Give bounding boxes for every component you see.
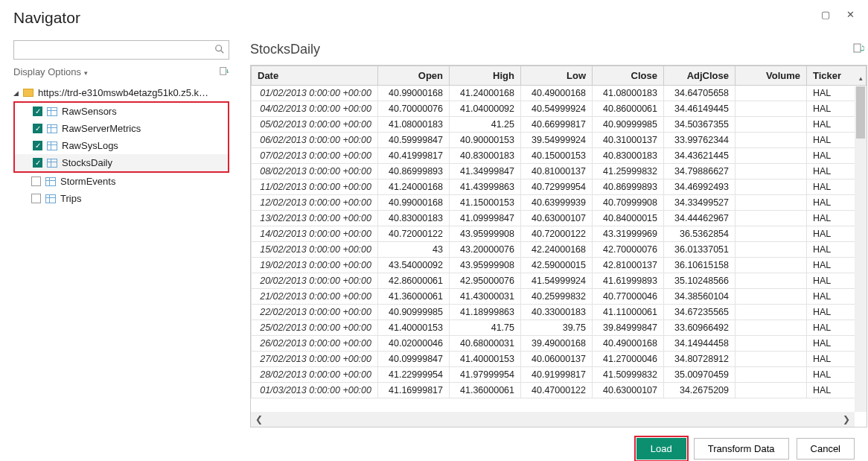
table-cell: 05/02/2013 0:00:00 +00:00 [252, 117, 378, 133]
tree-item-rawsyslogs[interactable]: ✓ RawSysLogs [15, 137, 228, 154]
checkbox-icon[interactable]: ✓ [33, 158, 42, 168]
table-cell: 40.68000031 [450, 336, 521, 352]
table-row[interactable]: 07/02/2013 0:00:00 +00:0040.4199981740.8… [252, 148, 867, 164]
cancel-button[interactable]: Cancel [797, 438, 855, 460]
table-row[interactable]: 15/02/2013 0:00:00 +00:004343.2000007642… [252, 242, 867, 258]
table-row[interactable]: 26/02/2013 0:00:00 +00:0040.0200004640.6… [252, 336, 867, 352]
table-cell: 41.22999954 [378, 367, 450, 383]
tree-item-stormevents[interactable]: StormEvents [13, 173, 229, 190]
table-cell: 41.36000061 [378, 289, 450, 305]
table-cell: 41.75 [450, 320, 521, 336]
table-cell [735, 289, 807, 305]
tree-item-rawsensors[interactable]: ✓ RawSensors [15, 103, 228, 120]
refresh-icon[interactable] [219, 66, 229, 78]
scroll-right-icon[interactable]: ❯ [843, 414, 850, 425]
column-header[interactable]: Date [252, 66, 378, 86]
column-header[interactable]: Open [378, 66, 450, 86]
table-cell: 41.24000168 [450, 86, 521, 101]
table-cell: 41.40000153 [378, 320, 450, 336]
table-cell: 43.31999969 [593, 226, 664, 242]
table-cell [735, 148, 807, 164]
table-row[interactable]: 14/02/2013 0:00:00 +00:0040.7200012243.9… [252, 226, 867, 242]
tree-item-label: RawSysLogs [62, 140, 118, 151]
table-row[interactable]: 06/02/2013 0:00:00 +00:0040.5999984740.9… [252, 133, 867, 148]
table-row[interactable]: 19/02/2013 0:00:00 +00:0043.5400009243.9… [252, 258, 867, 273]
table-cell: 41.25999832 [593, 164, 664, 179]
highlighted-selection: ✓ RawSensors ✓ RawServerMetrics ✓ RawSys… [13, 101, 229, 173]
table-row[interactable]: 01/02/2013 0:00:00 +00:0040.9900016841.2… [252, 86, 867, 101]
transform-data-button[interactable]: Transform Data [694, 438, 789, 460]
search-icon[interactable] [214, 44, 225, 57]
scroll-up-icon[interactable]: ▴ [855, 74, 867, 82]
checkbox-icon[interactable]: ✓ [33, 106, 42, 116]
table-cell: 40.72999954 [521, 179, 593, 195]
table-cell: 41.04000092 [450, 101, 521, 117]
table-cell: 40.15000153 [521, 148, 593, 164]
table-icon [47, 142, 57, 150]
vertical-scrollbar[interactable]: ▴ [855, 86, 867, 412]
table-cell: 42.59000015 [521, 258, 593, 273]
table-row[interactable]: 22/02/2013 0:00:00 +00:0040.9099998541.1… [252, 305, 867, 320]
load-button[interactable]: Load [636, 438, 686, 460]
column-header[interactable]: Low [521, 66, 593, 86]
table-row[interactable]: 05/02/2013 0:00:00 +00:0041.0800018341.2… [252, 117, 867, 133]
column-header[interactable]: AdjClose [664, 66, 735, 86]
table-cell: 36.01337051 [664, 242, 735, 258]
table-row[interactable]: 11/02/2013 0:00:00 +00:0041.2400016841.4… [252, 179, 867, 195]
table-cell: 34.46149445 [664, 101, 735, 117]
tree-item-trips[interactable]: Trips [13, 190, 229, 207]
table-row[interactable]: 20/02/2013 0:00:00 +00:0042.8600006142.9… [252, 273, 867, 289]
scrollbar-thumb[interactable] [856, 86, 865, 139]
column-header[interactable]: Close [593, 66, 664, 86]
tree-item-rawservermetrics[interactable]: ✓ RawServerMetrics [15, 120, 228, 137]
checkbox-icon[interactable] [31, 177, 41, 186]
tree-root[interactable]: ◢ https://trd-e310mswb4etazg51k0.z5.kust… [13, 86, 229, 100]
table-cell: 34.80728912 [664, 352, 735, 367]
table-row[interactable]: 28/02/2013 0:00:00 +00:0041.2299995441.9… [252, 367, 867, 383]
horizontal-scrollbar[interactable]: ❮ ❯ [251, 412, 855, 427]
tree-item-stocksdaily[interactable]: ✓ StocksDaily [15, 154, 228, 171]
collapse-icon[interactable]: ◢ [13, 89, 19, 97]
tree-item-label: StormEvents [60, 176, 115, 187]
table-row[interactable]: 13/02/2013 0:00:00 +00:0040.8300018341.0… [252, 211, 867, 226]
checkbox-icon[interactable] [31, 194, 41, 203]
table-cell: 43.95999908 [450, 226, 521, 242]
scroll-left-icon[interactable]: ❮ [255, 414, 263, 425]
table-cell: 34.79886627 [664, 164, 735, 179]
table-row[interactable]: 27/02/2013 0:00:00 +00:0040.0999984741.4… [252, 352, 867, 367]
table-cell: 40.33000183 [521, 305, 593, 320]
table-row[interactable]: 21/02/2013 0:00:00 +00:0041.3600006141.4… [252, 289, 867, 305]
table-row[interactable]: 04/02/2013 0:00:00 +00:0040.7000007641.0… [252, 101, 867, 117]
tree-item-label: RawServerMetrics [62, 123, 141, 134]
table-cell: 34.44462967 [664, 211, 735, 226]
table-cell: 43.95999908 [450, 258, 521, 273]
table-row[interactable]: 25/02/2013 0:00:00 +00:0041.4000015341.7… [252, 320, 867, 336]
table-cell: 34.67235565 [664, 305, 735, 320]
table-cell: 01/03/2013 0:00:00 +00:00 [252, 383, 378, 398]
svg-rect-3 [854, 44, 861, 52]
table-row[interactable]: 01/03/2013 0:00:00 +00:0041.1699981741.3… [252, 383, 867, 398]
table-cell: 40.63000107 [521, 211, 593, 226]
table-cell: 11/02/2013 0:00:00 +00:00 [252, 179, 378, 195]
table-cell: 26/02/2013 0:00:00 +00:00 [252, 336, 378, 352]
close-icon[interactable]: ✕ [846, 9, 855, 20]
checkbox-icon[interactable]: ✓ [33, 124, 42, 133]
table-row[interactable]: 08/02/2013 0:00:00 +00:0040.8699989341.3… [252, 164, 867, 179]
column-header[interactable]: Volume [735, 66, 807, 86]
table-cell: 39.84999847 [593, 320, 664, 336]
table-row[interactable]: 12/02/2013 0:00:00 +00:0040.9900016841.1… [252, 195, 867, 211]
search-input[interactable] [13, 40, 229, 60]
table-cell: 40.49000168 [521, 86, 593, 101]
maximize-icon[interactable]: ▢ [821, 9, 830, 20]
table-cell: 40.09999847 [378, 352, 450, 367]
checkbox-icon[interactable]: ✓ [33, 141, 42, 150]
preview-refresh-icon[interactable] [852, 42, 864, 57]
table-cell: 40.77000046 [593, 289, 664, 305]
table-cell: 34.43621445 [664, 148, 735, 164]
table-cell: 01/02/2013 0:00:00 +00:00 [252, 86, 378, 101]
table-cell [735, 242, 807, 258]
table-cell: 35.00970459 [664, 367, 735, 383]
table-cell: 39.75 [521, 320, 593, 336]
column-header[interactable]: High [450, 66, 521, 86]
display-options-dropdown[interactable]: Display Options ▾ [13, 66, 88, 77]
